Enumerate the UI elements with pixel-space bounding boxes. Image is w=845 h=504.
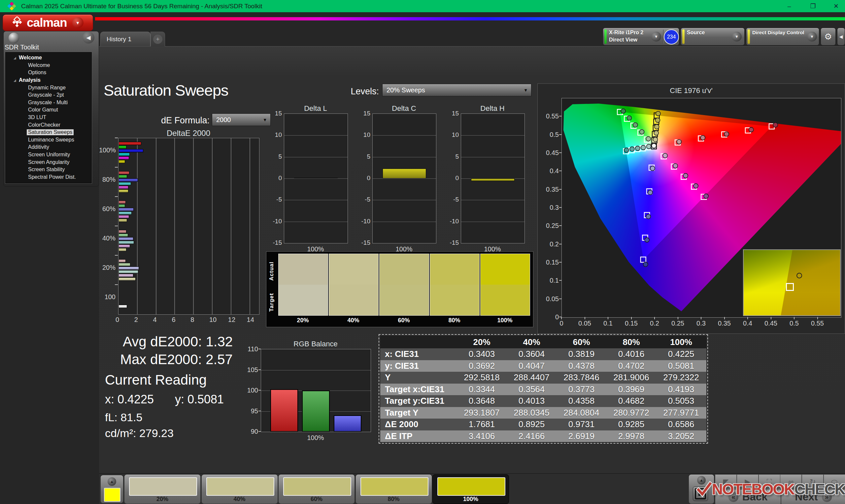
table-cell: 0.5081 [656, 361, 706, 371]
table-row[interactable]: Y292.5818288.4407283.7846281.9006279.232… [380, 372, 706, 384]
gridline [231, 138, 231, 314]
sidebar-item-options[interactable]: Options [6, 69, 91, 76]
de-formula-dropdown[interactable]: 2000 ▼ [212, 113, 271, 126]
de-bar-100%-Red [119, 142, 141, 145]
y-tick-label: 5 [358, 153, 370, 160]
transport-button[interactable]: ⛶ [758, 474, 780, 489]
titlebar: Calman 2025 Calman Ultimate for Business… [0, 0, 845, 12]
table-row[interactable]: Target Y293.1807288.0345284.0804280.9772… [380, 407, 706, 419]
transport-button[interactable]: ⬭ [824, 474, 845, 489]
transport-button[interactable]: ↻ [802, 474, 824, 489]
calman-menu-button[interactable]: calman ▼ [3, 15, 93, 31]
table-row[interactable]: Target y:CIE310.36480.40130.43580.46820.… [380, 395, 706, 407]
de-bar-60%-Yellow [119, 219, 127, 222]
transport-button[interactable]: ▶ [737, 474, 758, 489]
y-tick-label: 110 [245, 345, 258, 353]
close-button[interactable]: ✕ [826, 0, 845, 12]
actual-swatch [430, 254, 479, 285]
sidebar-item-screen-stability[interactable]: Screen Stability [6, 166, 91, 174]
sidebar-item-welcome[interactable]: ◢Welcome [6, 54, 91, 62]
expander-icon[interactable]: ◢ [14, 56, 18, 60]
levels-dropdown[interactable]: 20% Sweeps ▼ [382, 84, 531, 96]
collapse-up-icon[interactable]: ▲ [108, 477, 116, 486]
y-tick-label: 15 [446, 110, 459, 117]
transport-button[interactable]: ◤ [715, 474, 737, 489]
cie-x-tick: 0.05 [576, 320, 594, 327]
sidebar-item-saturation-sweeps[interactable]: Saturation Sweeps [6, 129, 91, 136]
rgb-bar-red [270, 389, 298, 432]
expander-icon[interactable]: ◢ [14, 78, 18, 82]
meter-selector[interactable]: X-Rite i1Pro 2 Direct View ▼ 234 [603, 28, 679, 46]
table-row[interactable]: Target x:CIE310.33440.35640.37730.39690.… [380, 384, 706, 395]
meter-count-badge[interactable]: 234 [664, 29, 679, 44]
rgb-bar-blue [334, 415, 362, 432]
table-cell: 288.4407 [507, 372, 557, 383]
sidebar-item-screen-uniformity[interactable]: Screen Uniformity [6, 151, 91, 159]
settings-button[interactable]: ⚙ [821, 28, 836, 46]
sidebar-item-label: Screen Angularity [27, 159, 71, 165]
cie-chart-title: CIE 1976 u'v' [538, 86, 845, 95]
results-table[interactable]: 20%40%60%80%100%x: CIE310.34030.36040.38… [380, 336, 706, 442]
sidebar-item-welcome[interactable]: Welcome [6, 62, 91, 69]
pattern-level-button-100%[interactable]: 100% [433, 474, 509, 504]
pattern-level-button-80%[interactable]: 80% [355, 474, 432, 504]
table-row[interactable]: ΔE ITP3.41062.41662.69192.99783.2052 [380, 430, 706, 442]
panel-collapse-button[interactable]: ◀ [837, 28, 845, 46]
display-dropdown-icon[interactable]: ▼ [807, 32, 817, 41]
add-tab-button[interactable]: + [151, 32, 165, 47]
display-control-selector[interactable]: Direct Display Control ▼ [746, 28, 819, 46]
transport-button[interactable]: ∞ [780, 474, 802, 489]
column-header: 60% [557, 337, 606, 347]
sidebar-item-spectral-power-dist-[interactable]: Spectral Power Dist. [6, 174, 91, 181]
stop-pattern-button[interactable] [693, 487, 708, 501]
sidebar-item-grayscale-multi[interactable]: Grayscale - Multi [6, 99, 91, 107]
row-label: Y [380, 372, 457, 383]
sidebar-collapse-icon[interactable]: ◀ [83, 32, 94, 43]
sidebar-item-additivity[interactable]: Additivity [6, 143, 91, 151]
pattern-level-button-60%[interactable]: 60% [278, 474, 355, 504]
sidebar-item-analysis[interactable]: ◢Analysis [6, 76, 91, 84]
source-dropdown-icon[interactable]: ▼ [732, 32, 742, 41]
gridline [284, 222, 348, 222]
axis-tick [559, 189, 561, 190]
pattern-level-button-20%[interactable]: 20% [124, 474, 201, 504]
table-row[interactable]: ΔE 20001.76810.89250.97310.92850.6586 [380, 418, 706, 430]
de-bar-100%-Yellow [119, 160, 125, 163]
level-swatch [437, 477, 505, 496]
minimize-button[interactable]: – [779, 0, 799, 12]
sidebar-item-luminance-sweeps[interactable]: Luminance Sweeps [6, 136, 91, 144]
de-bar-40%-Magenta [119, 245, 130, 248]
axis-tick [559, 207, 561, 208]
de-bar-60%-Cyan [119, 212, 132, 215]
pattern-mini-card[interactable]: ▲ [100, 475, 123, 503]
sidebar-sphere-button[interactable] [8, 33, 19, 43]
sidebar-item-color-gamut[interactable]: Color Gamut [6, 106, 91, 114]
cie-x-tick: 0.15 [622, 320, 641, 327]
sidebar-item-screen-angularity[interactable]: Screen Angularity [6, 158, 91, 166]
back-button[interactable]: « Back [715, 489, 781, 504]
pattern-level-button-40%[interactable]: 40% [201, 474, 278, 504]
measured-circle-marker [643, 262, 648, 267]
next-button[interactable]: Next » [781, 489, 845, 504]
calman-dropdown-icon[interactable]: ▼ [72, 17, 84, 29]
source-selector[interactable]: Source ▼ [681, 28, 745, 46]
restore-button[interactable]: ❐ [803, 0, 823, 12]
table-row[interactable]: x: CIE310.34030.36040.38190.40160.4225 [380, 348, 706, 360]
axis-tick [631, 317, 632, 319]
swatch-column-40% [329, 254, 379, 316]
table-cell: 0.6586 [656, 419, 706, 430]
sidebar-item-dynamic-range[interactable]: Dynamic Range [6, 84, 91, 91]
table-cell: 0.9731 [557, 419, 606, 430]
plus-icon: + [153, 35, 162, 44]
sidebar-item-grayscale-2pt[interactable]: Grayscale - 2pt [6, 91, 91, 99]
tab-history-1[interactable]: History 1 [100, 32, 151, 46]
table-row[interactable]: y: CIE310.36920.40470.43780.47020.5081 [380, 360, 706, 372]
sidebar-item-3d-lut[interactable]: 3D LUT [6, 114, 91, 121]
measured-circle-marker [654, 131, 658, 135]
collapse-up-icon[interactable]: ▲ [697, 476, 706, 485]
meter-dropdown-icon[interactable]: ▼ [651, 32, 661, 41]
axis-tick [115, 284, 118, 285]
pattern-control-card: ▲ [689, 474, 714, 504]
axis-tick [724, 317, 725, 319]
sidebar-item-colorchecker[interactable]: ColorChecker [6, 121, 91, 129]
